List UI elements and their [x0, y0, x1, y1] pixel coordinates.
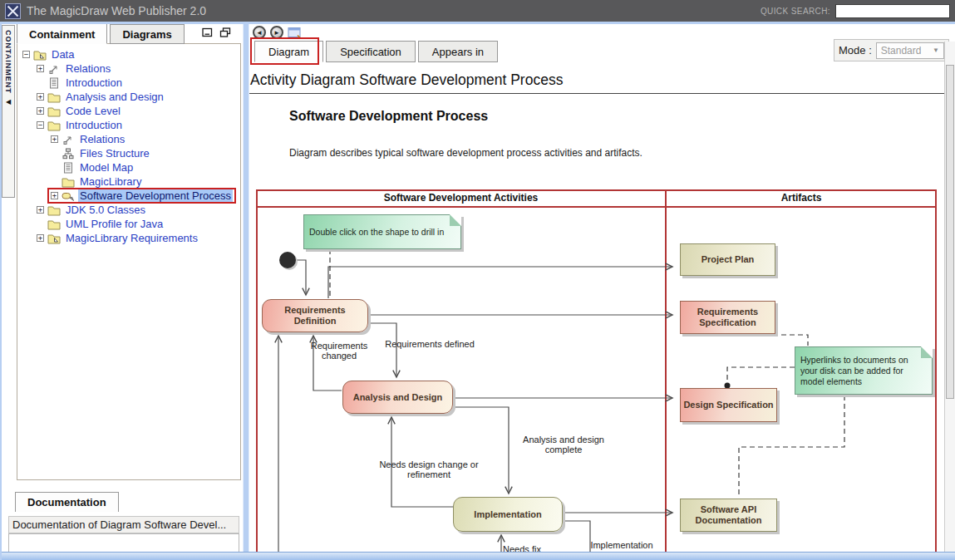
content-panel: ◄ ► Diagram Specification Appears in Mod… [249, 24, 955, 560]
collapse-node-icon[interactable]: − [22, 51, 30, 58]
mode-box: Mode : Standard ▼ [834, 39, 949, 61]
restore-panel-icon[interactable] [219, 26, 230, 36]
tab-specification[interactable]: Specification [326, 41, 416, 62]
package-folder-icon [33, 49, 47, 61]
relations-icon [47, 63, 61, 75]
back-icon: ◄ [256, 29, 263, 37]
folder-icon [47, 120, 61, 131]
folder-icon [47, 106, 61, 117]
containment-rail-tab[interactable]: CONTAINMENT ◀ [2, 25, 15, 198]
dropdown-arrow-icon: ▼ [933, 47, 939, 54]
tree-item-label[interactable]: Software Development Process [78, 189, 233, 202]
tree-item-label[interactable]: UML Profile for Java [64, 218, 165, 230]
mode-select[interactable]: Standard ▼ [876, 42, 944, 59]
tree-item-files-structure[interactable]: Files Structure [17, 146, 240, 160]
titlebar: The MagicDraw Web Publisher 2.0 QUICK SE… [0, 0, 955, 22]
tree-item-label[interactable]: Data [50, 48, 76, 61]
tab-containment[interactable]: Containment [17, 23, 107, 44]
tree-item-analysis-and-design[interactable]: +Analysis and Design [17, 90, 240, 104]
artifact-requirements-specification[interactable]: Requirements Specification [680, 301, 775, 334]
minimize-panel-icon[interactable] [202, 26, 213, 36]
title-rule [249, 93, 945, 94]
window-left-edge [0, 24, 2, 560]
tree-item-code-level[interactable]: +Code Level [17, 104, 240, 118]
content-tabs: Diagram Specification Appears in [254, 41, 500, 62]
tab-appears-in[interactable]: Appears in [418, 41, 498, 62]
tab-diagram[interactable]: Diagram [254, 41, 323, 62]
titlebar-divider [0, 22, 955, 24]
tree-item-magiclibrary[interactable]: MagicLibrary [17, 174, 240, 189]
expand-node-icon[interactable]: + [37, 107, 44, 115]
tree-item-label[interactable]: Model Map [78, 161, 135, 174]
artifact-design-specification[interactable]: Design Specification [680, 388, 777, 422]
mode-label: Mode : [839, 44, 872, 56]
tree-item-label[interactable]: Analysis and Design [64, 91, 165, 103]
tree-item-uml-profile-for-java[interactable]: UML Profile for Java [17, 217, 240, 231]
folder-icon [47, 204, 61, 216]
vertical-scrollbar[interactable] [944, 42, 955, 552]
tree-item-label[interactable]: MagicLibrary [78, 175, 143, 188]
forward-icon: ► [273, 29, 280, 37]
tree-item-introduction[interactable]: Introduction [17, 76, 240, 90]
activity-requirements-definition[interactable]: Requirements Definition [262, 299, 368, 332]
documentation-header: Documentation of Diagram Software Devel.… [8, 516, 239, 533]
lane-header-activities: Software Development Activities [256, 192, 666, 204]
diagram-icon [62, 148, 75, 160]
magicdraw-logo-icon [5, 3, 21, 19]
main-region: CONTAINMENT ◀ Containment Diagrams −Data… [0, 24, 955, 560]
expand-node-icon[interactable]: + [51, 192, 58, 199]
expand-node-icon[interactable]: + [37, 65, 44, 72]
tree-item-label[interactable]: JDK 5.0 Classes [64, 204, 147, 216]
artifact-software-api-documentation[interactable]: Software API Documentation [680, 499, 777, 532]
left-panel-tabs: Containment Diagrams [17, 24, 187, 44]
relations-icon [62, 134, 75, 145]
activity-analysis-and-design[interactable]: Analysis and Design [342, 381, 453, 414]
tree-item-label[interactable]: Relations [78, 133, 126, 145]
tree-item-introduction[interactable]: −Introduction [17, 118, 240, 132]
diagram-doc-description: Diagram describes typical software devel… [289, 147, 642, 159]
tree-item-data[interactable]: −Data [17, 47, 240, 61]
back-button[interactable]: ◄ [253, 26, 266, 39]
note-drill-in: Double click on the shape to drill in [303, 214, 461, 249]
tree-item-label[interactable]: MagicLibrary Requirements [64, 232, 199, 244]
folder-icon [47, 219, 61, 230]
collapse-node-icon[interactable]: − [37, 121, 44, 129]
scrollbar-thumb[interactable] [946, 65, 954, 399]
tree-item-software-development-process[interactable]: +Software Development Process [17, 189, 240, 203]
expand-node-icon[interactable]: + [37, 234, 44, 242]
containment-rail-label: CONTAINMENT [4, 30, 12, 94]
tab-diagrams[interactable]: Diagrams [110, 24, 184, 44]
magicdraw-web-publisher-window: The MagicDraw Web Publisher 2.0 QUICK SE… [0, 0, 955, 560]
lane-header-artifacts: Artifacts [666, 192, 937, 204]
note-hyperlinks: Hyperlinks to documents on your disk can… [795, 346, 933, 395]
tree-item-label[interactable]: Files Structure [78, 147, 151, 160]
folder-icon [47, 91, 61, 103]
tree-item-model-map[interactable]: Model Map [17, 160, 240, 174]
panel-splitter[interactable] [243, 24, 249, 560]
tree-item-magiclibrary-requirements[interactable]: +MagicLibrary Requirements [17, 231, 240, 245]
folder-icon [62, 176, 75, 188]
tree-item-jdk-5-0-classes[interactable]: +JDK 5.0 Classes [17, 203, 240, 217]
tree-item-label[interactable]: Introduction [64, 119, 124, 131]
expand-node-icon[interactable]: + [51, 135, 58, 143]
panel-window-controls [202, 26, 230, 36]
tree-item-relations[interactable]: +Relations [17, 132, 240, 146]
tab-documentation[interactable]: Documentation [15, 492, 119, 512]
open-specification-icon[interactable] [288, 27, 302, 39]
tree-item-label[interactable]: Relations [64, 62, 112, 75]
diagram-doc-title: Software Development Process [289, 109, 488, 124]
quick-search-input[interactable] [835, 4, 950, 18]
expand-node-icon[interactable]: + [37, 206, 44, 214]
tree-item-relations[interactable]: +Relations [17, 61, 240, 76]
collapse-panel-icon[interactable]: ◀ [6, 98, 11, 106]
artifact-project-plan[interactable]: Project Plan [680, 243, 775, 276]
initial-node [279, 252, 296, 268]
document-icon [62, 162, 75, 174]
activity-implementation[interactable]: Implementation [453, 497, 563, 532]
tree-item-label[interactable]: Introduction [64, 76, 124, 89]
expand-node-icon[interactable]: + [37, 93, 44, 101]
quick-search-label: QUICK SEARCH: [761, 7, 830, 16]
tree-item-label[interactable]: Code Level [64, 105, 122, 117]
activity-icon [62, 190, 75, 202]
forward-button[interactable]: ► [270, 26, 283, 39]
